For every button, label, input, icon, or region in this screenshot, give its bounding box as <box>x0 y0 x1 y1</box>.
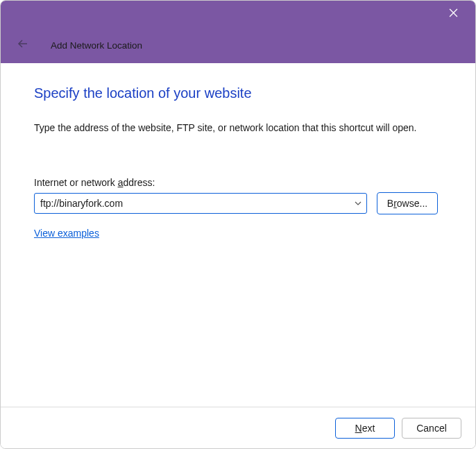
address-input[interactable] <box>34 193 367 214</box>
wizard-header: Add Network Location <box>1 27 475 63</box>
wizard-footer: Next Cancel <box>1 407 475 448</box>
view-examples-link[interactable]: View examples <box>34 228 99 239</box>
wizard-content: Specify the location of your website Typ… <box>1 63 475 239</box>
instruction-text: Type the address of the website, FTP sit… <box>34 121 442 135</box>
title-bar <box>1 1 475 27</box>
page-heading: Specify the location of your website <box>34 85 442 101</box>
next-button[interactable]: Next <box>335 418 395 439</box>
close-icon <box>449 8 458 20</box>
wizard-title: Add Network Location <box>51 40 142 51</box>
back-button[interactable] <box>12 34 34 56</box>
browse-button[interactable]: Browse... <box>377 192 438 214</box>
address-combobox[interactable] <box>34 193 367 214</box>
close-button[interactable] <box>443 4 463 24</box>
cancel-button[interactable]: Cancel <box>402 418 461 439</box>
address-label: Internet or network address: <box>34 177 442 188</box>
address-input-row: Browse... <box>34 192 442 214</box>
back-arrow-icon <box>17 38 28 52</box>
